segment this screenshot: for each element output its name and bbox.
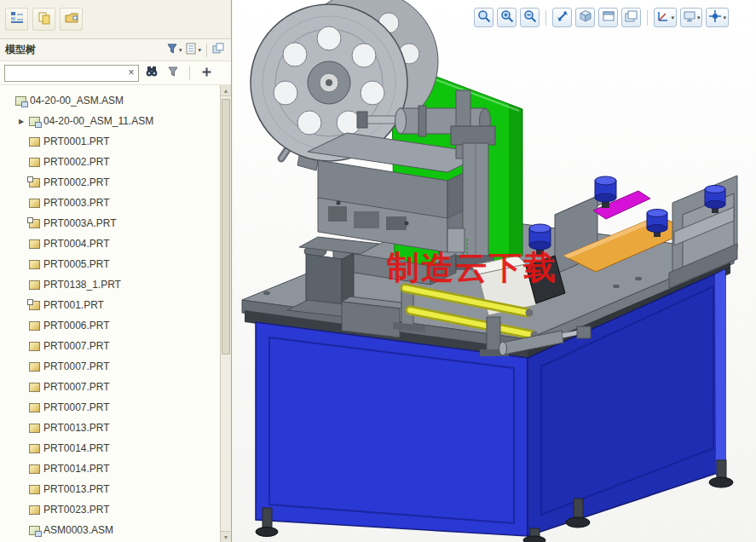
tree-item-label: PRT0138_1.PRT [43, 279, 121, 291]
tree-columns-button[interactable] [183, 42, 203, 59]
application-window: 模型树 × [0, 0, 756, 542]
part-icon [29, 219, 40, 228]
tree-search-row: × [0, 61, 231, 85]
tree-item-label: PRT0013.PRT [43, 422, 110, 434]
scrollbar-down-arrow[interactable]: ▼ [221, 531, 231, 542]
tree-item[interactable]: PRT0013.PRT [0, 418, 220, 438]
tree-item-label: PRT0005.PRT [43, 258, 110, 270]
datum-display-icon [656, 9, 670, 26]
tree-search-input[interactable] [4, 65, 139, 82]
tree-expand-arrow[interactable]: ▶ [17, 118, 26, 125]
zoom-window-icon [477, 9, 491, 26]
tree-item-label: PRT001.PRT [43, 299, 104, 311]
part-icon [29, 301, 40, 310]
navigator-toolbar [0, 0, 231, 39]
tree-item[interactable]: PRT0005.PRT [0, 254, 220, 274]
zoom-window-button[interactable] [474, 8, 493, 27]
tree-item-label: PRT0004.PRT [43, 238, 110, 250]
view-manager-icon [625, 9, 638, 26]
tree-item[interactable]: PRT0002.PRT [0, 172, 220, 193]
part-icon [29, 383, 40, 392]
part-icon [29, 199, 40, 208]
refresh-tree-button[interactable] [32, 8, 55, 31]
tree-item[interactable]: PRT0007.PRT [0, 336, 220, 356]
tree-item[interactable]: 04-20-00_ASM.ASM [0, 90, 220, 111]
tree-item[interactable]: PRT0014.PRT [0, 438, 220, 458]
tree-item-label: ASM0003.ASM [43, 524, 113, 536]
tree-item[interactable]: PRT001.PRT [0, 295, 220, 315]
header-separator [206, 43, 207, 57]
zoom-in-icon [500, 9, 514, 26]
open-folder-icon [65, 11, 78, 28]
saved-orientations-button[interactable] [680, 8, 703, 27]
tree-item[interactable]: PRT0023.PRT [0, 499, 220, 520]
tree-item-label: PRT0014.PRT [43, 463, 110, 475]
zoom-out-button[interactable] [520, 8, 540, 27]
tree-item[interactable]: PRT0003.PRT [0, 193, 220, 213]
part-icon [29, 137, 40, 147]
model-tree-title: 模型树 [5, 43, 36, 57]
tree-item[interactable]: PRT0004.PRT [0, 234, 220, 254]
tree-columns-icon [185, 43, 197, 58]
graphics-toolbar [474, 8, 729, 27]
scrollbar-up-arrow[interactable]: ▲ [221, 85, 231, 96]
part-icon [29, 280, 40, 290]
graphics-area[interactable]: 制造云下载 [233, 0, 756, 542]
tree-item[interactable]: PRT0007.PRT [0, 397, 220, 418]
tree-item[interactable]: PRT0001.PRT [0, 131, 220, 152]
spin-center-icon [708, 9, 722, 26]
tree-item[interactable]: PRT0007.PRT [0, 377, 220, 397]
panel-options-icon [212, 43, 224, 58]
tree-item[interactable]: ▶ 04-20-00_ASM_11.ASM [0, 111, 220, 131]
tree-item-label: PRT0013.PRT [43, 483, 110, 495]
model-tree-toggle-button[interactable] [5, 8, 28, 31]
tree-item[interactable]: PRT0013.PRT [0, 479, 220, 499]
refit-icon [556, 9, 569, 26]
machine-3d-view[interactable] [233, 0, 756, 542]
filter-button[interactable] [164, 65, 182, 82]
assembly-icon [15, 96, 26, 106]
view-manager-button[interactable] [621, 8, 641, 27]
spin-center-button[interactable] [706, 8, 729, 27]
zoom-out-icon [523, 9, 537, 26]
display-style-button[interactable] [575, 8, 595, 27]
tree-item-label: PRT0002.PRT [43, 176, 110, 188]
tree-item[interactable]: PRT0002.PRT [0, 152, 220, 172]
search-separator [189, 66, 190, 80]
tree-item[interactable]: PRT0007.PRT [0, 356, 220, 377]
tree-item-label: PRT0007.PRT [43, 360, 110, 372]
part-icon [29, 485, 40, 494]
zoom-in-button[interactable] [497, 8, 517, 27]
named-views-button[interactable] [598, 8, 618, 27]
tree-filters-icon [166, 43, 178, 58]
assembly-icon [29, 117, 40, 126]
tree-item[interactable]: PRT0003A.PRT [0, 213, 220, 234]
tree-item[interactable]: PRT0006.PRT [0, 315, 220, 336]
open-folder-button[interactable] [60, 8, 83, 31]
refresh-tree-icon [38, 11, 51, 28]
tree-item-label: PRT0014.PRT [43, 442, 110, 454]
part-icon [29, 424, 40, 433]
navigator-panel: 模型树 × [0, 0, 232, 542]
tree-filters-button[interactable] [164, 42, 184, 59]
tree-item-label: 04-20-00_ASM.ASM [30, 95, 124, 107]
tree-item-label: PRT0003.PRT [43, 197, 110, 209]
tree-item[interactable]: PRT0014.PRT [0, 458, 220, 479]
tree-item-label: PRT0007.PRT [43, 401, 110, 413]
front-bracket[interactable] [342, 297, 408, 337]
part-icon [29, 260, 40, 269]
clear-search-button[interactable]: × [125, 66, 137, 79]
part-icon [29, 444, 40, 453]
find-button[interactable] [143, 65, 160, 82]
panel-options-button[interactable] [211, 42, 226, 59]
scrollbar-thumb[interactable] [222, 99, 230, 355]
tree-item-label: PRT0002.PRT [43, 156, 110, 168]
tree-scrollbar[interactable]: ▲ ▼ [220, 85, 231, 542]
datum-display-button[interactable] [654, 8, 677, 27]
refit-button[interactable] [552, 8, 572, 27]
tree-item[interactable]: PRT0138_1.PRT [0, 274, 220, 295]
add-button[interactable] [198, 65, 215, 82]
tree-item[interactable]: ASM0003.ASM [0, 520, 220, 540]
toolbar-separator [647, 10, 648, 26]
part-icon [29, 178, 40, 187]
